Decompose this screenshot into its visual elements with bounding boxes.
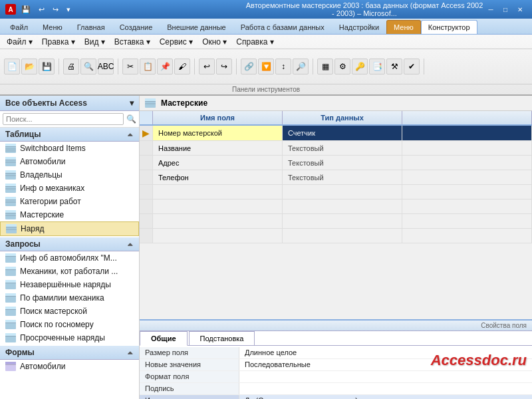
toolbar-cut-btn[interactable]: ✂ — [122, 59, 138, 74]
redo-quick-btn[interactable]: ↪ — [50, 4, 61, 15]
nav-item-by-plate[interactable]: Поиск по госномеру — [0, 318, 139, 331]
toolbar-spell-btn[interactable]: ABC — [98, 59, 114, 74]
tab-external[interactable]: Внешние данные — [160, 20, 233, 34]
nav-item-workshop-search[interactable]: Поиск мастерской — [0, 305, 139, 318]
props-value-newvals[interactable]: Последовательные — [239, 359, 532, 370]
nav-item-mechanics-info[interactable]: Инф о механиках — [0, 182, 139, 195]
tab-menu1[interactable]: Меню — [35, 20, 70, 34]
toolbar-copy-btn[interactable]: 📋 — [140, 59, 156, 74]
cell-desc-empty1[interactable] — [402, 185, 532, 199]
close-btn[interactable]: ✕ — [513, 4, 527, 15]
cell-fieldname-empty3[interactable] — [153, 214, 283, 228]
toolbar-preview-btn[interactable]: 🔍 — [80, 59, 96, 74]
toolbar-hyperlink-btn[interactable]: 🔗 — [241, 59, 257, 74]
tab-home[interactable]: Главная — [70, 20, 112, 34]
undo-quick-btn[interactable]: ↩ — [36, 4, 47, 15]
toolbar-filter-btn[interactable]: 🔽 — [258, 59, 274, 74]
nav-item-categories[interactable]: Категории работ — [0, 195, 139, 208]
cell-fieldname-3[interactable]: Адрес — [153, 156, 283, 170]
menu-help[interactable]: Справка ▾ — [232, 37, 277, 47]
nav-item-form-cars[interactable]: Автомобили — [0, 360, 139, 373]
nav-item-car-info[interactable]: Инф об автомобилях "М... — [0, 251, 139, 265]
toolbar-save-btn[interactable]: 💾 — [39, 59, 55, 74]
toolbar-paste-btn[interactable]: 📌 — [157, 59, 173, 74]
nav-item-by-mechanic[interactable]: По фамилии механика — [0, 291, 139, 305]
tab-constructor[interactable]: Конструктор — [421, 20, 477, 34]
maximize-btn[interactable]: □ — [499, 4, 512, 15]
toolbar-key-btn[interactable]: 🔑 — [352, 59, 368, 74]
table-row[interactable]: Адрес Текстовый — [140, 156, 532, 170]
tab-create[interactable]: Создание — [112, 20, 160, 34]
nav-item-cars[interactable]: Автомобили — [0, 155, 139, 168]
dropdown-quick-btn[interactable]: ▾ — [64, 4, 73, 15]
toolbar-new-btn[interactable]: 📄 — [4, 59, 20, 74]
save-quick-btn[interactable]: 💾 — [19, 4, 33, 15]
toolbar-format-painter-btn[interactable]: 🖌 — [174, 59, 190, 74]
props-value-caption[interactable] — [239, 383, 532, 394]
menu-file[interactable]: Файл ▾ — [3, 37, 37, 47]
toolbar-relations-btn[interactable]: ⚙ — [334, 59, 350, 74]
menu-insert[interactable]: Вставка ▾ — [110, 37, 154, 47]
menu-edit[interactable]: Правка ▾ — [38, 37, 79, 47]
cell-datatype-empty3[interactable] — [283, 214, 402, 228]
props-tab-general[interactable]: Общие — [140, 331, 188, 346]
cell-desc-1[interactable] — [402, 126, 532, 140]
tab-addins[interactable]: Надстройки — [332, 20, 386, 34]
nav-section-tables-header[interactable]: Таблицы ⏶ — [0, 128, 139, 142]
table-row[interactable]: Телефон Текстовый — [140, 170, 532, 185]
table-row[interactable]: Название Текстовый — [140, 141, 532, 156]
menu-service[interactable]: Сервис ▾ — [156, 37, 197, 47]
toolbar-sort-btn[interactable]: ↕ — [275, 59, 291, 74]
cell-datatype-4[interactable]: Текстовый — [283, 170, 402, 184]
toolbar-view-btn[interactable]: ▦ — [317, 59, 333, 74]
nav-item-overdue[interactable]: Просроченные наряды — [0, 331, 139, 344]
props-panel-header: Свойства поля — [140, 321, 532, 331]
cell-desc-2[interactable] — [402, 141, 532, 155]
toolbar-index-btn[interactable]: 📑 — [369, 59, 385, 74]
search-input[interactable] — [3, 113, 124, 125]
cell-datatype-1[interactable]: Счетчик — [283, 126, 402, 140]
props-value-size[interactable]: Длинное целое — [239, 347, 532, 358]
cell-datatype-empty2[interactable] — [283, 200, 402, 213]
tab-database[interactable]: Работа с базами данных — [233, 20, 332, 34]
nav-item-workshops[interactable]: Мастерские — [0, 208, 139, 221]
toolbar-test-btn[interactable]: ✔ — [404, 59, 420, 74]
cell-fieldname-empty1[interactable] — [153, 185, 283, 199]
props-value-format[interactable] — [239, 371, 532, 382]
toolbar-undo-btn[interactable]: ↩ — [199, 59, 215, 74]
cell-desc-empty2[interactable] — [402, 200, 532, 213]
toolbar-redo-btn[interactable]: ↪ — [216, 59, 232, 74]
menu-view[interactable]: Вид ▾ — [80, 37, 109, 47]
cell-datatype-empty4[interactable] — [283, 229, 402, 243]
cell-desc-empty3[interactable] — [402, 214, 532, 228]
nav-item-mechanics-worked[interactable]: Механики, кот работали ... — [0, 265, 139, 278]
cell-fieldname-4[interactable]: Телефон — [153, 170, 283, 184]
nav-item-order[interactable]: Наряд — [0, 221, 139, 236]
tab-menu2[interactable]: Меню — [386, 20, 421, 34]
toolbar-find-btn[interactable]: 🔎 — [293, 59, 309, 74]
nav-item-owners[interactable]: Владельцы — [0, 168, 139, 182]
cell-desc-empty4[interactable] — [402, 229, 532, 243]
props-value-indexed[interactable]: Да (Совпадения не допускаются) — [239, 395, 532, 399]
table-row[interactable]: ▶ Номер мастерской Счетчик — [140, 126, 532, 141]
toolbar-open-btn[interactable]: 📂 — [21, 59, 37, 74]
toolbar-build-btn[interactable]: ⚒ — [386, 59, 402, 74]
nav-section-queries-header[interactable]: Запросы ⏶ — [0, 237, 139, 251]
tab-file[interactable]: Файл — [3, 20, 35, 34]
cell-datatype-2[interactable]: Текстовый — [283, 141, 402, 155]
cell-fieldname-empty2[interactable] — [153, 200, 283, 213]
minimize-btn[interactable]: ─ — [484, 4, 497, 15]
cell-datatype-empty1[interactable] — [283, 185, 402, 199]
nav-section-forms-header[interactable]: Формы ⏶ — [0, 346, 139, 360]
nav-item-switchboard[interactable]: Switchboard Items — [0, 142, 139, 155]
toolbar-print-btn[interactable]: 🖨 — [63, 59, 79, 74]
cell-desc-3[interactable] — [402, 156, 532, 170]
nav-item-incomplete-orders[interactable]: Незавершённые наряды — [0, 278, 139, 291]
cell-fieldname-1[interactable]: Номер мастерской — [153, 126, 283, 140]
cell-fieldname-empty4[interactable] — [153, 229, 283, 243]
menu-window[interactable]: Окно ▾ — [198, 37, 231, 47]
cell-fieldname-2[interactable]: Название — [153, 141, 283, 155]
props-tab-lookup[interactable]: Подстановка — [189, 331, 255, 345]
cell-desc-4[interactable] — [402, 170, 532, 184]
cell-datatype-3[interactable]: Текстовый — [283, 156, 402, 170]
